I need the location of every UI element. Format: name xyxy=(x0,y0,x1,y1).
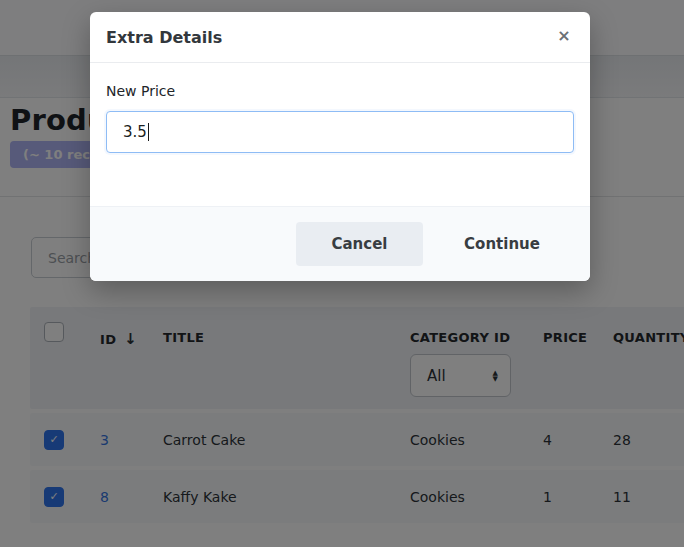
modal-header: Extra Details × xyxy=(90,12,590,63)
app-root: Products (~ 10 records) ID↓ TITLE CATEGO… xyxy=(0,0,684,547)
new-price-label: New Price xyxy=(106,83,574,99)
modal-body: New Price 3.5 xyxy=(90,63,590,206)
modal-title: Extra Details xyxy=(106,28,222,47)
new-price-input[interactable]: 3.5 xyxy=(106,111,574,153)
new-price-value: 3.5 xyxy=(123,123,147,141)
text-caret xyxy=(148,123,150,141)
cancel-button[interactable]: Cancel xyxy=(296,222,423,266)
close-icon[interactable]: × xyxy=(552,24,576,48)
extra-details-modal: Extra Details × New Price 3.5 Cancel Con… xyxy=(90,12,590,281)
continue-button[interactable]: Continue xyxy=(442,222,562,266)
modal-footer: Cancel Continue xyxy=(90,206,590,281)
